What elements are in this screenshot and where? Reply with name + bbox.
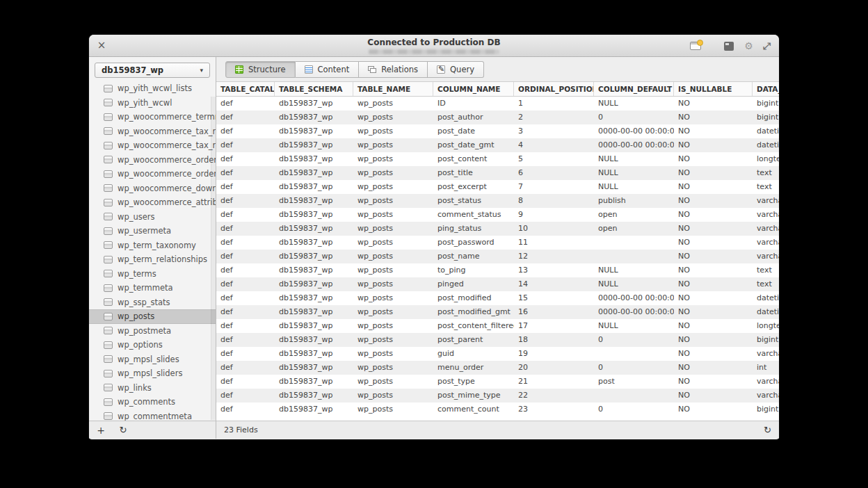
cell: def (216, 333, 275, 347)
column-header-table_schema[interactable]: TABLE_SCHEMA (275, 82, 353, 96)
sidebar-item-wp_woocommerce_order_items[interactable]: wp_woocommerce_order_items (89, 153, 216, 168)
cell: wp_posts (353, 389, 433, 402)
sidebar-item-wp_woocommerce_tax_rates[interactable]: wp_woocommerce_tax_rates (89, 138, 216, 153)
table-row[interactable]: defdb159837_wpwp_postsID1NULLNObigint (216, 97, 779, 111)
sidebar-item-wp_ssp_stats[interactable]: wp_ssp_stats (89, 295, 216, 310)
table-row[interactable]: defdb159837_wpwp_postspost_status8publis… (216, 194, 779, 208)
sidebar-item-wp_yith_wcwl[interactable]: wp_yith_wcwl (89, 96, 216, 111)
sidebar-item-wp_options[interactable]: wp_options (89, 338, 216, 352)
column-header-column_name[interactable]: COLUMN_NAME (433, 82, 514, 96)
cell: def (216, 124, 275, 138)
sidebar-item-wp_term_taxonomy[interactable]: wp_term_taxonomy (89, 238, 216, 253)
table-row[interactable]: defdb159837_wpwp_postspost_modified_gmt1… (216, 305, 779, 319)
cell: 9 (514, 208, 594, 222)
cell (594, 389, 674, 402)
database-selector[interactable]: db159837_wp ▾ (95, 63, 210, 78)
window-title-area: Connected to Production DB (214, 38, 654, 54)
sidebar-item-wp_termmeta[interactable]: wp_termmeta (89, 281, 216, 295)
table-row[interactable]: defdb159837_wpwp_postspost_password11NOv… (216, 236, 779, 250)
table-row[interactable]: defdb159837_wpwp_postsmenu_order200NOint (216, 361, 779, 375)
table-row[interactable]: defdb159837_wpwp_postspost_type21postNOv… (216, 375, 779, 389)
column-header-ordinal_position[interactable]: ORDINAL_POSITION (514, 82, 594, 96)
table-row[interactable]: defdb159837_wpwp_postspost_title6NULLNOt… (216, 166, 779, 180)
cell: NO (674, 250, 753, 263)
cell: def (216, 347, 275, 361)
refresh-tables-button[interactable]: ↻ (113, 425, 134, 435)
table-label: wp_postmeta (118, 326, 171, 336)
fullscreen-icon[interactable]: ⤢ (763, 41, 771, 51)
cell: post_type (433, 375, 514, 389)
sidebar-item-wp_terms[interactable]: wp_terms (89, 267, 216, 282)
table-row[interactable]: defdb159837_wpwp_postspost_date30000-00-… (216, 124, 779, 138)
tab-relations[interactable]: Relations (359, 61, 428, 78)
column-header-table_name[interactable]: TABLE_NAME (353, 82, 433, 96)
sidebar-item-wp_woocommerce_attribute_tax[interactable]: wp_woocommerce_attribute_tax... (89, 195, 216, 210)
sidebar-item-wp_posts[interactable]: wp_posts (89, 309, 216, 324)
sidebar-item-wp_woocommerce_downloadabl[interactable]: wp_woocommerce_downloadabl... (89, 181, 216, 196)
terminal-icon[interactable] (724, 42, 734, 51)
table-row[interactable]: defdb159837_wpwp_postspost_mime_type22NO… (216, 389, 779, 402)
eject-icon: ⏏ (124, 42, 131, 51)
cell: db159837_wp (275, 250, 353, 263)
table-label: wp_options (118, 340, 163, 350)
cell (594, 236, 674, 250)
cell: 1 (514, 97, 594, 111)
tab-content[interactable]: Content (296, 61, 360, 78)
cell: NULL (594, 263, 674, 277)
tab-query[interactable]: Query (428, 61, 484, 78)
tab-structure[interactable]: Structure (225, 61, 296, 78)
table-row[interactable]: defdb159837_wpwp_poststo_ping13NULLNOtex… (216, 263, 779, 277)
table-row[interactable]: defdb159837_wpwp_postsguid19NOvarchar (216, 347, 779, 361)
cell: NO (674, 305, 753, 319)
table-row[interactable]: defdb159837_wpwp_postscomment_status9ope… (216, 208, 779, 222)
window-title: Connected to Production DB (214, 38, 654, 47)
column-header-data_type[interactable]: DATA_TYPE (753, 82, 779, 96)
table-row[interactable]: defdb159837_wpwp_postspost_date_gmt40000… (216, 138, 779, 152)
sidebar-item-wp_mpsl_slides[interactable]: wp_mpsl_slides (89, 352, 216, 367)
cell: 5 (514, 152, 594, 166)
cell: 0 (594, 333, 674, 347)
sidebar-scrollbar[interactable] (211, 97, 216, 420)
sidebar-item-wp_comments[interactable]: wp_comments (89, 395, 216, 409)
cell: varchar (753, 347, 779, 361)
table-row[interactable]: defdb159837_wpwp_postspost_excerpt7NULLN… (216, 180, 779, 194)
cell: datetime (753, 291, 779, 305)
cell: db159837_wp (275, 152, 353, 166)
relations-icon (370, 68, 376, 73)
table-row[interactable]: defdb159837_wpwp_postscomment_count230NO… (216, 402, 779, 416)
cell: db159837_wp (275, 97, 353, 111)
sidebar-item-wp_woocommerce_termmeta[interactable]: wp_woocommerce_termmeta (89, 110, 216, 124)
table-label: wp_links (118, 383, 152, 393)
cell: comment_status (433, 208, 514, 222)
new-connection-icon[interactable] (690, 42, 701, 50)
table-row[interactable]: defdb159837_wpwp_postspinged14NULLNOtext (216, 277, 779, 291)
table-row[interactable]: defdb159837_wpwp_postsping_status10openN… (216, 222, 779, 236)
column-header-is_nullable[interactable]: IS_NULLABLE (674, 82, 753, 96)
table-row[interactable]: defdb159837_wpwp_postspost_parent180NObi… (216, 333, 779, 347)
sidebar-item-wp_commentmeta[interactable]: wp_commentmeta (89, 409, 216, 421)
table-row[interactable]: defdb159837_wpwp_postspost_name12NOvarch… (216, 250, 779, 263)
sidebar-item-wp_yith_wcwl_lists[interactable]: wp_yith_wcwl_lists (89, 81, 216, 96)
table-row[interactable]: defdb159837_wpwp_postspost_content_filte… (216, 319, 779, 333)
sidebar-item-wp_mpsl_sliders[interactable]: wp_mpsl_sliders (89, 366, 216, 381)
table-row[interactable]: defdb159837_wpwp_postspost_modified15000… (216, 291, 779, 305)
refresh-results-button[interactable]: ↻ (764, 425, 771, 435)
sidebar-item-wp_woocommerce_order_itemm[interactable]: wp_woocommerce_order_itemm... (89, 167, 216, 181)
table-row[interactable]: defdb159837_wpwp_postspost_content5NULLN… (216, 152, 779, 166)
column-header-table_catalog[interactable]: TABLE_CATALOG (216, 82, 275, 96)
cell: NO (674, 152, 753, 166)
sidebar-item-wp_woocommerce_tax_rate_loca[interactable]: wp_woocommerce_tax_rate_loca... (89, 124, 216, 139)
sidebar-item-wp_links[interactable]: wp_links (89, 381, 216, 396)
table-row[interactable]: defdb159837_wpwp_postspost_author20NObig… (216, 111, 779, 124)
sidebar-item-wp_usermeta[interactable]: wp_usermeta (89, 224, 216, 238)
gear-icon[interactable]: ⚙ (744, 41, 753, 51)
close-window-button[interactable]: × (95, 38, 108, 54)
cell: wp_posts (353, 194, 433, 208)
sidebar-item-wp_term_relationships[interactable]: wp_term_relationships (89, 252, 216, 267)
sidebar-item-wp_postmeta[interactable]: wp_postmeta (89, 324, 216, 339)
sidebar-item-wp_users[interactable]: wp_users (89, 210, 216, 225)
cell: NO (674, 194, 753, 208)
column-header-column_default[interactable]: COLUMN_DEFAULT (594, 82, 674, 96)
add-connection-button[interactable]: + (89, 425, 113, 436)
cell: NO (674, 402, 753, 416)
